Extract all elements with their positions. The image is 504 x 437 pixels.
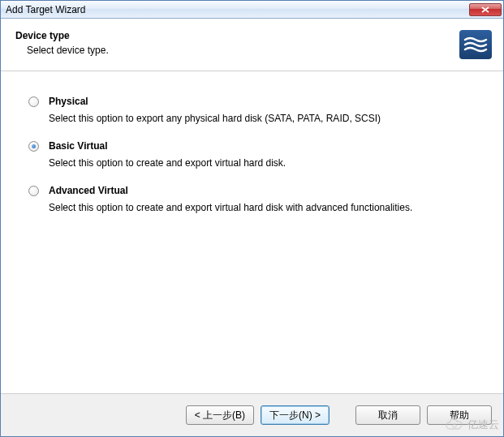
product-logo xyxy=(459,30,492,59)
button-bar: < 上一步(B) 下一步(N) > 取消 帮助 xyxy=(1,393,503,436)
radio-physical[interactable] xyxy=(28,96,39,107)
button-gap xyxy=(336,405,349,425)
wizard-window: Add Target Wizard Device type Select dev… xyxy=(0,0,504,437)
back-button[interactable]: < 上一步(B) xyxy=(186,405,254,425)
next-button[interactable]: 下一步(N) > xyxy=(261,405,330,425)
radio-advanced-virtual[interactable] xyxy=(28,186,39,196)
option-advanced-virtual: Advanced Virtual Select this option to c… xyxy=(28,185,484,215)
waves-icon xyxy=(463,36,488,54)
option-desc-advanced-virtual: Select this option to create and export … xyxy=(49,200,484,215)
close-icon xyxy=(481,6,489,13)
window-title: Add Target Wizard xyxy=(6,4,469,15)
help-button[interactable]: 帮助 xyxy=(427,405,492,425)
cancel-button[interactable]: 取消 xyxy=(355,405,420,425)
header-subtitle: Select device type. xyxy=(15,45,109,56)
option-label-physical: Physical xyxy=(49,96,484,107)
option-label-advanced-virtual: Advanced Virtual xyxy=(49,185,484,196)
option-physical: Physical Select this option to export an… xyxy=(28,96,484,126)
close-button[interactable] xyxy=(469,3,502,16)
option-body: Advanced Virtual Select this option to c… xyxy=(49,185,484,215)
option-body: Basic Virtual Select this option to crea… xyxy=(49,140,484,170)
header-title: Device type xyxy=(15,30,109,41)
option-label-basic-virtual: Basic Virtual xyxy=(49,140,484,152)
option-desc-physical: Select this option to export any physica… xyxy=(49,111,484,126)
header-text: Device type Select device type. xyxy=(15,28,109,56)
radio-basic-virtual[interactable] xyxy=(28,141,39,152)
option-basic-virtual: Basic Virtual Select this option to crea… xyxy=(28,140,484,170)
option-desc-basic-virtual: Select this option to create and export … xyxy=(49,156,484,170)
wizard-content: Physical Select this option to export an… xyxy=(1,71,503,393)
option-body: Physical Select this option to export an… xyxy=(49,96,484,126)
titlebar: Add Target Wizard xyxy=(1,1,503,19)
wizard-header: Device type Select device type. xyxy=(1,19,503,71)
